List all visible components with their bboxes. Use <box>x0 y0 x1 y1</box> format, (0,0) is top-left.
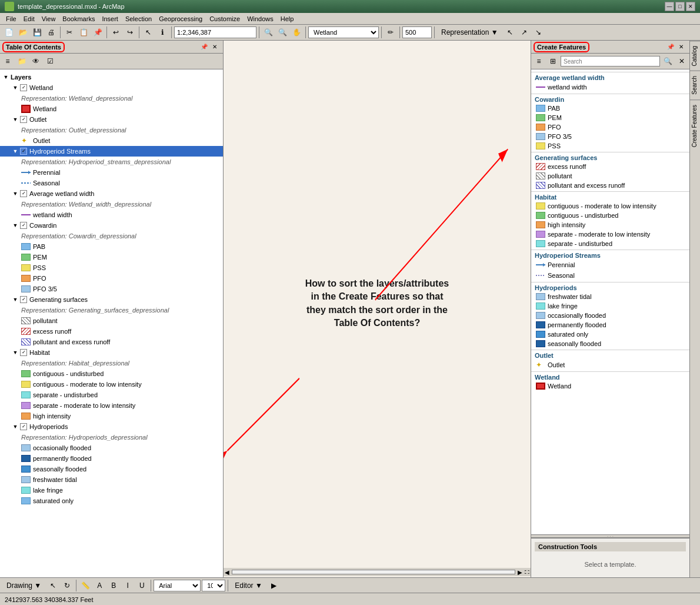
cf-item-perennial[interactable]: Perennial <box>531 260 689 270</box>
cf-clear-search-button[interactable]: ✕ <box>675 55 688 68</box>
cf-list-btn[interactable]: ≡ <box>532 55 545 68</box>
cf-item-excess[interactable]: excess runoff <box>531 162 689 171</box>
zoom-in-button[interactable]: 🔍 <box>262 26 275 39</box>
layer-dropdown[interactable]: Wetland <box>308 26 379 38</box>
expand-btn[interactable]: ⛶ <box>524 569 531 576</box>
menu-bookmarks[interactable]: Bookmarks <box>59 14 98 24</box>
menu-help[interactable]: Help <box>277 14 298 24</box>
toc-hyp-perm[interactable]: permanently flooded <box>0 453 223 464</box>
cf-item-contmod[interactable]: contiguous - moderate to low intensity <box>531 201 689 211</box>
editor-dropdown-btn[interactable]: Editor ▼ <box>231 579 266 592</box>
text-tool-btn[interactable]: A <box>93 579 106 592</box>
toc-wetland-sym[interactable]: Wetland <box>0 104 223 114</box>
edit-vertices-btn[interactable]: ▶ <box>268 579 281 592</box>
drawing-dropdown-btn[interactable]: Drawing ▼ <box>2 579 45 592</box>
wetland-checkbox[interactable] <box>20 84 27 91</box>
rep-tool2[interactable]: ↗ <box>518 26 531 39</box>
toc-cow-pfo35[interactable]: PFO 3/5 <box>0 284 223 294</box>
cf-item-pss[interactable]: PSS <box>531 141 689 151</box>
toc-hydro-seas[interactable]: Seasonal <box>0 178 223 188</box>
toc-cowardin-group[interactable]: ▼ Cowardin <box>0 220 223 231</box>
cf-item-sepmod[interactable]: separate - moderate to low intensity <box>531 230 689 239</box>
toc-hab-sepmod[interactable]: separate - moderate to low intensity <box>0 400 223 411</box>
toc-cow-pem[interactable]: PEM <box>0 252 223 262</box>
toc-select-btn[interactable]: ☑ <box>44 55 56 68</box>
toc-hyp-lake[interactable]: lake fringe <box>0 485 223 496</box>
paste-button[interactable]: 📌 <box>91 26 104 39</box>
toc-hab-sepund[interactable]: separate - undisturbed <box>0 390 223 400</box>
toc-hydro-group[interactable]: ▼ Hydroperiod Streams <box>0 146 223 157</box>
toc-habitat-group[interactable]: ▼ Habitat <box>0 347 223 358</box>
create-features-tab[interactable]: Create Features <box>690 99 700 152</box>
toc-hab-contund[interactable]: contiguous - undisturbed <box>0 368 223 379</box>
identify-tool[interactable]: ℹ <box>156 26 169 39</box>
toc-layers-root[interactable]: ▼ Layers <box>0 72 223 82</box>
toc-hydroperiods-group[interactable]: ▼ Hydroperiods <box>0 421 223 432</box>
toc-hyp-occ[interactable]: occasionally flooded <box>0 443 223 453</box>
toc-hab-high[interactable]: high intensity <box>0 411 223 421</box>
hydroperiods-checkbox[interactable] <box>20 423 27 430</box>
toc-wetland-group[interactable]: ▼ Wetland <box>0 82 223 93</box>
font-size-dropdown[interactable]: 10 <box>202 580 225 591</box>
save-button[interactable]: 💾 <box>31 26 44 39</box>
toc-gen-excess[interactable]: excess runoff <box>0 326 223 337</box>
menu-customize[interactable]: Customize <box>206 14 244 24</box>
toc-hydro-peren[interactable]: Perennial <box>0 167 223 178</box>
cf-item-sepund[interactable]: separate - undisturbed <box>531 239 689 248</box>
cf-item-wetlandwidth[interactable]: wetland width <box>531 82 689 92</box>
toc-source-btn[interactable]: 📁 <box>15 55 28 68</box>
map-scrollbar[interactable]: ◀ ▶ ⛶ <box>224 568 531 576</box>
menu-selection[interactable]: Selection <box>122 14 155 24</box>
cf-item-freshtidal[interactable]: freshwater tidal <box>531 292 689 301</box>
scroll-right-btn[interactable]: ▶ <box>516 569 524 576</box>
cf-item-contund[interactable]: contiguous - undisturbed <box>531 211 689 220</box>
toc-outlet-sym[interactable]: ✦ Outlet <box>0 135 223 146</box>
redo-button[interactable]: ↪ <box>124 26 136 39</box>
pan-button[interactable]: ✋ <box>290 26 303 39</box>
menu-windows[interactable]: Windows <box>244 14 277 24</box>
menu-geoprocessing[interactable]: Geoprocessing <box>155 14 206 24</box>
open-button[interactable]: 📂 <box>16 26 29 39</box>
menu-insert[interactable]: Insert <box>98 14 122 24</box>
toc-hyp-seas[interactable]: seasonally flooded <box>0 464 223 474</box>
underline-btn[interactable]: U <box>135 579 148 592</box>
catalog-tab[interactable]: Catalog <box>690 41 700 71</box>
bold-btn[interactable]: B <box>107 579 120 592</box>
zoom-input[interactable] <box>402 26 432 38</box>
menu-view[interactable]: View <box>38 14 59 24</box>
zoom-out-button[interactable]: 🔍 <box>276 26 289 39</box>
gensurface-checkbox[interactable] <box>20 296 27 303</box>
cowardin-checkbox[interactable] <box>20 222 27 229</box>
cf-item-seasonal[interactable]: Seasonal <box>531 270 689 281</box>
rep-tool3[interactable]: ↘ <box>532 26 545 39</box>
select-arrow-btn[interactable]: ↖ <box>46 579 59 592</box>
toc-cow-pab[interactable]: PAB <box>0 241 223 252</box>
toc-outlet-group[interactable]: ▼ Outlet <box>0 114 223 125</box>
toc-hab-contmod[interactable]: contiguous - moderate to low intensity <box>0 379 223 390</box>
toc-gensurface-group[interactable]: ▼ Generating surfaces <box>0 294 223 305</box>
cf-item-occflooded[interactable]: occasionally flooded <box>531 311 689 320</box>
habitat-checkbox[interactable] <box>20 349 27 356</box>
italic-btn[interactable]: I <box>121 579 134 592</box>
cf-item-highint[interactable]: high intensity <box>531 220 689 230</box>
cut-button[interactable]: ✂ <box>63 26 76 39</box>
toc-hyp-fresh[interactable]: freshwater tidal <box>0 474 223 485</box>
cf-item-wetland[interactable]: Wetland <box>531 381 689 391</box>
rep-tool1[interactable]: ↖ <box>504 26 516 39</box>
menu-edit[interactable]: Edit <box>20 14 38 24</box>
cf-item-seasflooded[interactable]: seasonally flooded <box>531 339 689 348</box>
rotate-btn[interactable]: ↻ <box>61 579 74 592</box>
toc-close-button[interactable]: ✕ <box>210 42 219 52</box>
cf-item-outlet[interactable]: ✦ Outlet <box>531 360 689 370</box>
toc-hyp-sat[interactable]: saturated only <box>0 496 223 506</box>
cf-item-lakefringe[interactable]: lake fringe <box>531 301 689 311</box>
copy-button[interactable]: 📋 <box>77 26 90 39</box>
cf-item-pfo35[interactable]: PFO 3/5 <box>531 132 689 141</box>
toc-avgwet-sym[interactable]: wetland width <box>0 210 223 220</box>
cf-item-pollexcess[interactable]: pollutant and excess runoff <box>531 181 689 190</box>
font-family-dropdown[interactable]: Arial <box>154 580 201 591</box>
toc-gen-poll[interactable]: pollutant <box>0 315 223 326</box>
cf-item-pab[interactable]: PAB <box>531 104 689 113</box>
select-tool[interactable]: ↖ <box>142 26 155 39</box>
maximize-button[interactable]: □ <box>675 2 685 11</box>
